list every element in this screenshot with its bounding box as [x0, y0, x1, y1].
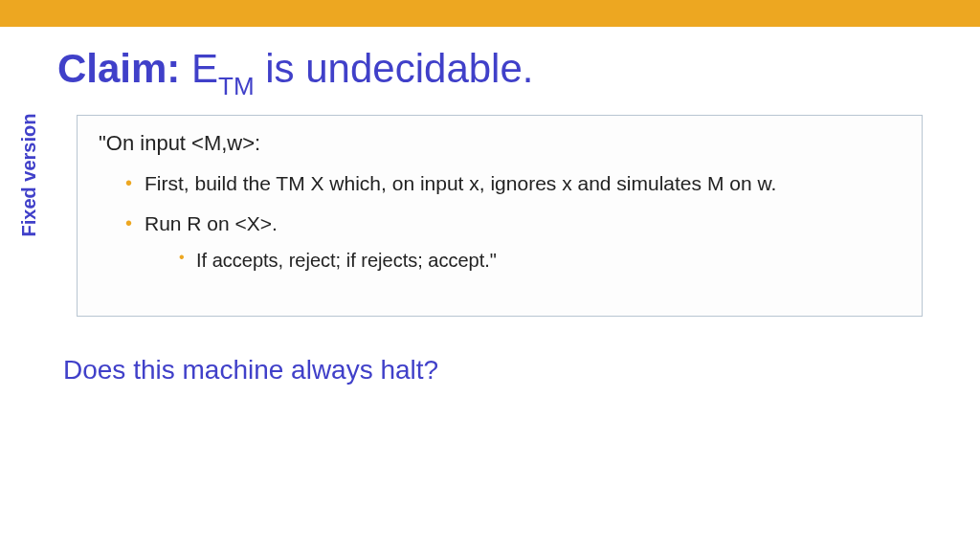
slide-title: Claim: ETM is undecidable.: [57, 46, 923, 98]
list-item: If accepts, reject; if rejects; accept.": [179, 247, 901, 274]
bullet-list: First, build the TM X which, on input x,…: [99, 169, 901, 274]
sidebar-label: Fixed version: [18, 114, 40, 237]
title-exp-sub: TM: [218, 72, 255, 100]
list-item: First, build the TM X which, on input x,…: [125, 169, 901, 197]
algorithm-box: "On input <M,w>: First, build the TM X w…: [77, 115, 923, 317]
title-exp-main: E: [191, 46, 218, 91]
slide-content: Claim: ETM is undecidable. Fixed version…: [0, 27, 980, 386]
list-item-text: Run R on <X>.: [145, 212, 278, 234]
title-claim: Claim:: [57, 46, 180, 91]
list-item: Run R on <X>. If accepts, reject; if rej…: [125, 209, 901, 274]
title-rest: is undecidable.: [255, 46, 534, 91]
header-accent-bar: [0, 0, 980, 27]
nested-list: If accepts, reject; if rejects; accept.": [145, 247, 901, 274]
question-text: Does this machine always halt?: [63, 355, 923, 386]
input-line: "On input <M,w>:: [99, 131, 901, 156]
